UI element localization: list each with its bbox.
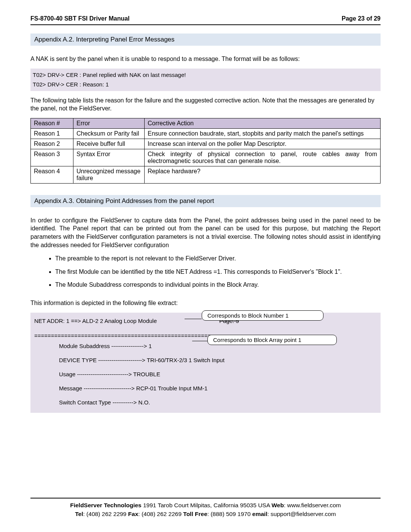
footer-email-label: email — [252, 511, 268, 517]
document-page: FS-8700-40 SBT FSI Driver Manual Page 23… — [0, 0, 411, 532]
callout-array-point: Corresponds to Block Array point 1 — [207, 335, 337, 345]
table-row: Reason 4 Unrecognized message failure Re… — [31, 166, 381, 183]
cell-error: Syntax Error — [73, 149, 145, 166]
page-number: Page 23 of 29 — [342, 15, 381, 22]
cell-error: Receive buffer full — [73, 139, 145, 149]
file-extract: NET ADDR: 1 ==> ALD-2 2 Analog Loop Modu… — [30, 313, 381, 413]
section-heading-a3: Appendix A.3. Obtaining Point Addresses … — [30, 195, 381, 207]
footer-text: FieldServer Technologies 1991 Tarob Cour… — [30, 501, 381, 519]
footer-company: FieldServer Technologies — [70, 502, 142, 508]
table-row: Reason 1 Checksum or Parity fail Ensure … — [31, 128, 381, 139]
cell-action: Check integrity of physical connection t… — [145, 149, 381, 166]
nak-line-1: T02> DRV-> CER : Panel replied with NAK … — [33, 70, 378, 80]
list-item: The first Module can be identified by th… — [55, 268, 381, 276]
footer-web-value: : www.fieldserver.com — [284, 502, 341, 508]
extract-line: Usage ---------------------------> TROUB… — [34, 369, 377, 379]
cell-action: Ensure connection baudrate, start, stopb… — [145, 128, 381, 139]
callout-block-number: Corresponds to Block Number 1 — [202, 310, 323, 321]
cell-error: Checksum or Parity fail — [73, 128, 145, 139]
footer-rule — [30, 498, 381, 498]
a3-bullet-list: The preamble to the report is not releva… — [30, 254, 381, 289]
cell-error: Unrecognized message failure — [73, 166, 145, 183]
list-item: The preamble to the report is not releva… — [55, 254, 381, 263]
footer-tollfree-value: : (888) 509 1970 — [207, 511, 252, 517]
spacer — [34, 351, 377, 355]
th-reason: Reason # — [31, 118, 73, 128]
nak-line-2: T02> DRV-> CER : Reason: 1 — [33, 80, 378, 89]
footer-tollfree-label: Toll Free — [183, 511, 207, 517]
doc-title: FS-8700-40 SBT FSI Driver Manual — [30, 15, 130, 22]
cell-reason: Reason 4 — [31, 166, 73, 183]
a2-table-intro: The following table lists the reason for… — [30, 96, 381, 113]
table-header-row: Reason # Error Corrective Action — [31, 118, 381, 128]
a2-intro-text: A NAK is sent by the panel when it is un… — [30, 55, 381, 63]
footer-web-label: Web — [271, 502, 284, 508]
th-action: Corrective Action — [145, 118, 381, 128]
cell-reason: Reason 3 — [31, 149, 73, 166]
cell-reason: Reason 1 — [31, 128, 73, 139]
a3-paragraph-1: In order to configure the FieldServer to… — [30, 216, 381, 249]
callout-connector — [192, 341, 207, 342]
extract-netaddr: NET ADDR: 1 ==> ALD-2 2 Analog Loop Modu… — [34, 318, 157, 324]
footer-address: 1991 Tarob Court Milpitas, California 95… — [142, 502, 272, 508]
table-row: Reason 2 Receive buffer full Increase sc… — [31, 139, 381, 149]
cell-action: Increase scan interval on the poller Map… — [145, 139, 381, 149]
file-extract-container: Corresponds to Block Number 1 Correspond… — [30, 313, 381, 413]
spacer — [34, 326, 377, 331]
footer-email-value: : support@fieldserver.com — [267, 511, 336, 517]
list-item: The Module Subaddress corresponds to ind… — [55, 281, 381, 289]
nak-message-block: T02> DRV-> CER : Panel replied with NAK … — [30, 69, 381, 91]
cell-reason: Reason 2 — [31, 139, 73, 149]
extract-line: Message -------------------------> RCP-0… — [34, 383, 377, 393]
page-footer: FieldServer Technologies 1991 Tarob Cour… — [30, 498, 381, 519]
header-rule — [30, 24, 381, 25]
footer-fax-label: Fax — [128, 511, 139, 517]
extract-line: Switch Contact Type -----------> N.O. — [34, 397, 377, 407]
callout-connector — [185, 319, 202, 320]
th-error: Error — [73, 118, 145, 128]
footer-fax-value: : (408) 262 2269 — [138, 511, 183, 517]
footer-tel-value: : (408) 262 2299 — [83, 511, 128, 517]
table-row: Reason 3 Syntax Error Check integrity of… — [31, 149, 381, 166]
extract-line: DEVICE TYPE -----------------------> TRI… — [34, 355, 377, 365]
a3-paragraph-2: This information is depicted in the foll… — [30, 299, 381, 307]
spacer — [34, 379, 377, 383]
spacer — [34, 365, 377, 369]
page-header: FS-8700-40 SBT FSI Driver Manual Page 23… — [30, 15, 381, 22]
reason-table: Reason # Error Corrective Action Reason … — [30, 118, 381, 184]
footer-tel-label: Tel — [75, 511, 83, 517]
cell-action: Replace hardware? — [145, 166, 381, 183]
spacer — [34, 393, 377, 397]
section-heading-a2: Appendix A.2. Interpreting Panel Error M… — [30, 34, 381, 46]
